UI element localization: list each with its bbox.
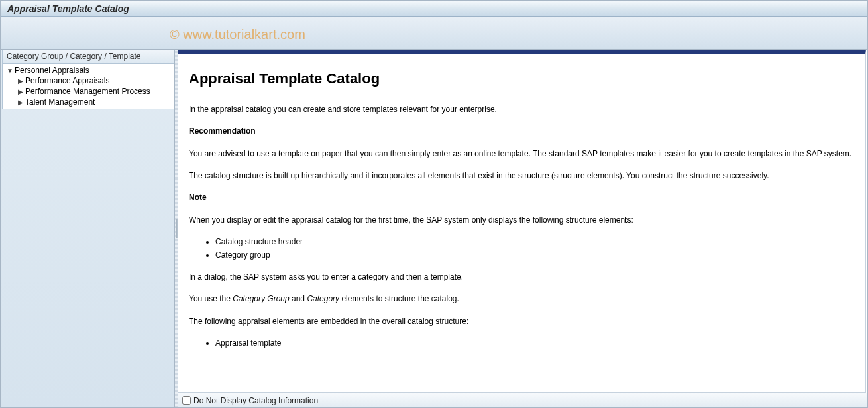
doc-list-2: Appraisal template — [205, 338, 855, 349]
tree-child-label: Performance Appraisals — [24, 76, 109, 85]
do-not-display-checkbox[interactable] — [182, 396, 191, 405]
tree-child-label: Performance Management Process — [24, 87, 150, 96]
doc-note-heading-text: Note — [189, 193, 207, 202]
doc-dialog: In a dialog, the SAP system asks you to … — [189, 272, 855, 283]
tree-child-item[interactable]: ▶ Talent Management — [3, 97, 176, 107]
doc-rec-heading-text: Recommendation — [189, 127, 256, 136]
sidebar-fill — [1, 111, 178, 407]
tree: ▼ Personnel Appraisals ▶ Performance App… — [2, 64, 176, 109]
doc-use-pre: You use the — [189, 294, 233, 303]
doc-rec-body: You are advised to use a template on pap… — [189, 148, 855, 160]
titlebar: Appraisal Template Catalog — [1, 1, 867, 17]
doc-use-em2: Category — [307, 294, 339, 303]
splitter-grip-icon — [176, 219, 178, 238]
tree-child-label: Talent Management — [24, 97, 95, 107]
doc-list-1: Catalog structure header Category group — [205, 236, 855, 261]
doc-use: You use the Category Group and Category … — [189, 293, 855, 305]
doc-rec-heading: Recommendation — [189, 126, 855, 137]
toolbar-band: © www.tutorialkart.com — [1, 17, 867, 50]
chevron-right-icon: ▶ — [17, 77, 24, 85]
doc-note-body: When you display or edit the appraisal c… — [189, 215, 855, 226]
doc-note-heading: Note — [189, 192, 855, 203]
doc-scroll[interactable]: Appraisal Template Catalog In the apprai… — [178, 50, 866, 393]
list-item: Catalog structure header — [215, 236, 855, 248]
main-area: Category Group / Category / Template ▼ P… — [1, 50, 867, 407]
tree-child-item[interactable]: ▶ Performance Appraisals — [3, 76, 176, 86]
tree-child-item[interactable]: ▶ Performance Management Process — [3, 86, 176, 97]
doc-heading: Appraisal Template Catalog — [189, 68, 855, 89]
doc-embed: The following appraisal elements are emb… — [189, 316, 855, 327]
tree-root-item[interactable]: ▼ Personnel Appraisals — [3, 65, 176, 76]
footer-bar: Do Not Display Catalog Information — [178, 393, 867, 407]
app-window: Appraisal Template Catalog © www.tutoria… — [0, 0, 868, 408]
tree-root-label: Personnel Appraisals — [13, 66, 89, 75]
doc-use-mid: and — [290, 294, 307, 303]
doc-body: Appraisal Template Catalog In the apprai… — [178, 54, 865, 380]
chevron-down-icon: ▼ — [7, 67, 13, 74]
tree-header: Category Group / Category / Template — [2, 50, 176, 64]
list-item: Appraisal template — [215, 338, 855, 349]
doc-intro: In the appraisal catalog you can create … — [189, 104, 855, 115]
splitter[interactable] — [174, 50, 178, 407]
chevron-right-icon: ▶ — [17, 99, 24, 106]
list-item: Category group — [215, 250, 855, 261]
sidebar: Category Group / Category / Template ▼ P… — [1, 50, 178, 407]
doc-struct: The catalog structure is built up hierar… — [189, 170, 855, 181]
doc-use-em1: Category Group — [233, 294, 289, 303]
window-title: Appraisal Template Catalog — [7, 3, 129, 14]
chevron-right-icon: ▶ — [17, 88, 24, 95]
content-pane: Appraisal Template Catalog In the apprai… — [178, 50, 867, 407]
doc-use-post: elements to structure the catalog. — [339, 294, 459, 303]
watermark-text: © www.tutorialkart.com — [170, 27, 305, 42]
do-not-display-label[interactable]: Do Not Display Catalog Information — [193, 396, 318, 405]
